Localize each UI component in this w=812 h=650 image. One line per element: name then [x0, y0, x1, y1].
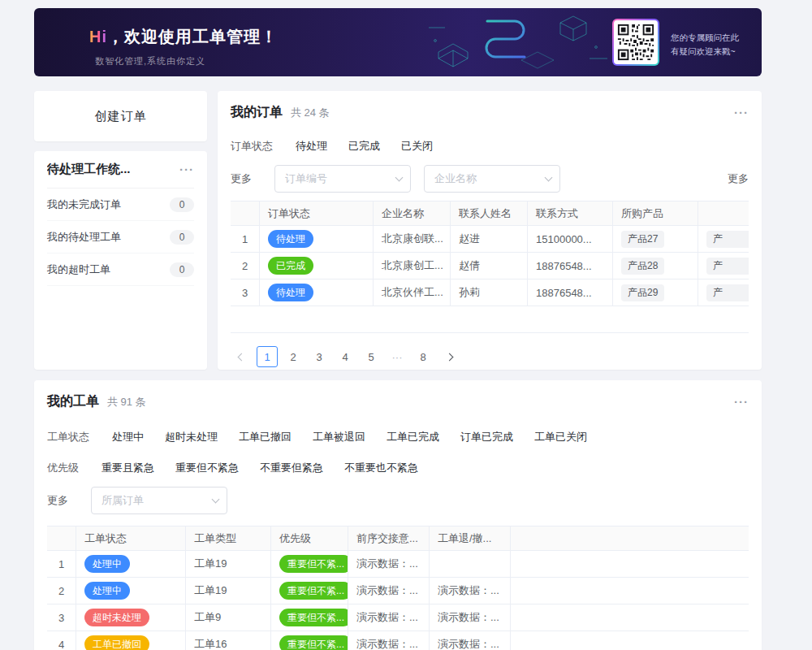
- banner-decoration-icon: [424, 8, 611, 76]
- order-id-select[interactable]: 订单编号: [274, 165, 411, 193]
- cell-phone: 18876548...: [528, 253, 613, 279]
- filter-option-processing[interactable]: 处理中: [112, 430, 144, 444]
- product-tag: 产: [706, 258, 749, 275]
- filter-option-returned[interactable]: 工单被退回: [313, 430, 365, 444]
- header-index: [47, 526, 76, 550]
- table-row[interactable]: 2 已完成 北京康创工... 赵倩 18876548... 产品28 产: [231, 253, 749, 280]
- company-name-select[interactable]: 企业名称: [424, 165, 560, 193]
- table-row[interactable]: 3 待处理 北京伙伴工... 孙莉 18876548... 产品29 产: [231, 280, 749, 306]
- cell-status: 超时未处理: [76, 604, 186, 630]
- filter-option-done[interactable]: 已完成: [348, 139, 380, 154]
- page-button-3[interactable]: 3: [309, 346, 330, 367]
- table-row[interactable]: 1 处理中 工单19 重要但不紧... 演示数据：...: [47, 551, 749, 578]
- orders-panel: 我的订单 共 24 条 ··· 订单状态 待处理 已完成 已关闭 更多 订单编号…: [218, 91, 762, 370]
- tickets-count: 共 91 条: [107, 395, 146, 410]
- status-badge: 待处理: [268, 284, 313, 301]
- prev-page-icon[interactable]: [231, 346, 252, 367]
- stat-item-overtime-tickets[interactable]: 我的超时工单 0: [47, 254, 194, 286]
- cell-index: 2: [47, 578, 76, 604]
- table-row[interactable]: 4 工单已撤回 工单16 重要但不紧... 演示数据：... 演示数据：...: [47, 631, 749, 650]
- orders-more-link[interactable]: 更多: [728, 171, 749, 186]
- filter-option-pending[interactable]: 待处理: [296, 139, 327, 154]
- product-tag: 产品27: [621, 231, 664, 248]
- cell-index: 3: [47, 604, 76, 630]
- page-button-8[interactable]: 8: [412, 346, 434, 367]
- header-extra: [698, 202, 749, 225]
- page-button-4[interactable]: 4: [335, 346, 356, 367]
- priority-filter-label: 优先级: [47, 461, 79, 475]
- order-status-filter-label: 订单状态: [231, 139, 273, 154]
- product-tag: 产品29: [621, 284, 664, 301]
- cell-handover: 演示数据：...: [348, 578, 430, 604]
- more-icon[interactable]: ···: [734, 396, 749, 408]
- table-filler-row: [231, 306, 749, 333]
- priority-option-4[interactable]: 不重要也不紧急: [344, 461, 418, 475]
- cell-product-extra: 产: [698, 253, 749, 279]
- more-filters-label: 更多: [47, 493, 68, 508]
- header-ticket-type: 工单类型: [186, 526, 271, 550]
- page-button-5[interactable]: 5: [361, 346, 382, 367]
- header-extra: [511, 526, 749, 550]
- page-button-2[interactable]: 2: [283, 346, 304, 367]
- filter-option-ticket-closed[interactable]: 工单已关闭: [534, 430, 587, 444]
- banner-subtitle: 数智化管理,系统由你定义: [95, 55, 205, 67]
- stat-item-unfinished-orders[interactable]: 我的未完成订单 0: [47, 188, 194, 221]
- cell-status: 工单已撤回: [76, 631, 186, 650]
- cell-type: 工单19: [186, 578, 271, 604]
- table-row[interactable]: 3 超时未处理 工单9 重要但不紧... 演示数据：... 演示数据：...: [47, 604, 749, 631]
- cell-contact: 赵倩: [451, 253, 528, 279]
- cell-withdraw: 演示数据：...: [430, 578, 511, 604]
- table-row[interactable]: 1 待处理 北京康创联... 赵进 15100000... 产品27 产: [231, 226, 749, 253]
- tickets-panel: 我的工单 共 91 条 ··· 工单状态 处理中 超时未处理 工单已撤回 工单被…: [34, 380, 762, 650]
- parent-order-select[interactable]: 所属订单: [91, 487, 227, 514]
- cell-index: 3: [231, 280, 260, 306]
- filter-option-ticket-done[interactable]: 工单已完成: [387, 430, 439, 444]
- cell-product: 产品29: [613, 280, 698, 306]
- cell-withdraw: 演示数据：...: [430, 604, 511, 630]
- cell-priority: 重要但不紧...: [271, 551, 348, 577]
- page-button-1[interactable]: 1: [257, 346, 278, 367]
- header-handover: 前序交接意...: [348, 526, 430, 550]
- filter-option-withdrawn[interactable]: 工单已撤回: [239, 430, 292, 444]
- qr-caption: 您的专属顾问在此 有疑问欢迎来戳~: [671, 31, 739, 58]
- more-icon[interactable]: ···: [179, 163, 194, 176]
- status-badge: 处理中: [84, 582, 130, 600]
- filter-option-order-done[interactable]: 订单已完成: [460, 430, 513, 444]
- stat-label: 我的待处理工单: [47, 230, 121, 245]
- filter-option-overtime[interactable]: 超时未处理: [165, 430, 218, 444]
- pagination: 1 2 3 4 5 ··· 8: [231, 346, 749, 367]
- cell-status: 已完成: [260, 253, 374, 279]
- cell-priority: 重要但不紧...: [271, 631, 348, 650]
- next-page-icon[interactable]: [438, 346, 460, 367]
- stat-item-pending-tickets[interactable]: 我的待处理工单 0: [47, 221, 194, 254]
- cell-handover: 演示数据：...: [348, 631, 430, 650]
- priority-option-3[interactable]: 不重要但紧急: [260, 461, 323, 475]
- cell-withdraw: 演示数据：...: [430, 631, 511, 650]
- cell-extra: [511, 551, 749, 577]
- cell-product-extra: 产: [698, 280, 749, 306]
- cell-index: 1: [231, 226, 260, 252]
- cell-status: 处理中: [76, 578, 186, 604]
- qr-caption-line2: 有疑问欢迎来戳~: [671, 45, 739, 58]
- chevron-down-icon: [212, 496, 220, 504]
- cell-index: 2: [231, 253, 260, 279]
- stat-label: 我的未完成订单: [47, 197, 121, 212]
- product-tag: 产: [706, 284, 749, 301]
- pending-stats-title: 待处理工作统...: [47, 162, 131, 177]
- header-ticket-status: 工单状态: [76, 526, 186, 550]
- chevron-down-icon: [395, 174, 404, 182]
- table-row[interactable]: 2 处理中 工单19 重要但不紧... 演示数据：... 演示数据：...: [47, 578, 749, 604]
- cell-product: 产品28: [613, 253, 698, 279]
- create-order-label: 创建订单: [95, 109, 147, 124]
- qr-code-image: [614, 20, 658, 64]
- create-order-button[interactable]: 创建订单: [34, 91, 207, 141]
- more-icon[interactable]: ···: [734, 106, 749, 119]
- pending-stats-header: 待处理工作统... ···: [47, 151, 194, 188]
- pagination-ellipsis-icon[interactable]: ···: [387, 346, 408, 367]
- ticket-status-filter: 工单状态 处理中 超时未处理 工单已撤回 工单被退回 工单已完成 订单已完成 工…: [47, 430, 749, 444]
- priority-option-1[interactable]: 重要且紧急: [102, 461, 154, 475]
- banner-title-hi: Hi: [89, 28, 107, 46]
- filter-option-closed[interactable]: 已关闭: [401, 139, 433, 154]
- priority-option-2[interactable]: 重要但不紧急: [175, 461, 239, 475]
- header-contact: 联系人姓名: [451, 202, 528, 225]
